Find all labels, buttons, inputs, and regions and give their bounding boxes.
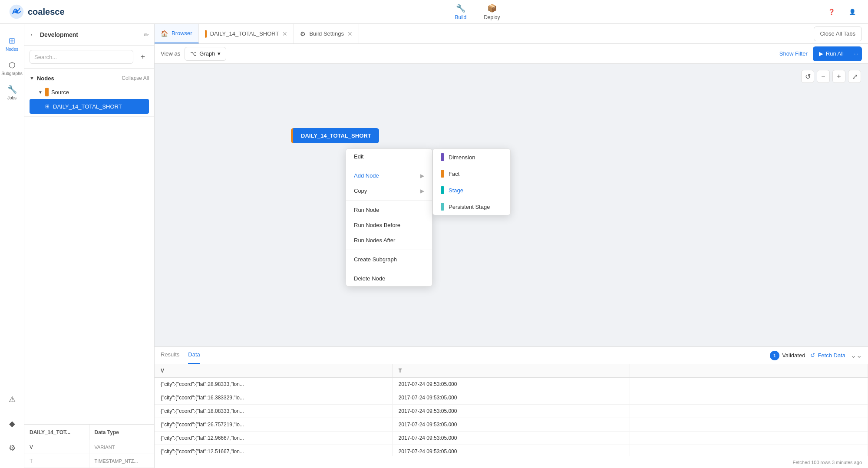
sidebar-item-warning[interactable]: ⚠: [2, 388, 23, 411]
fetch-data-button[interactable]: ↺ Fetch Data: [810, 352, 845, 359]
icon-sidebar: ⊞ Nodes ⬡ Subgraphs 🔧 Jobs ⚠ ◆ ⚙: [0, 24, 24, 468]
table-rows: {"city":{"coord":{"lat":28.98333,"lon...…: [155, 378, 868, 456]
ctx-add-node-arrow: ▶: [420, 173, 424, 179]
daily-tab-close[interactable]: ✕: [282, 31, 287, 37]
validated-badge: 1 Validated: [770, 351, 805, 360]
nodes-chevron[interactable]: ▼: [30, 76, 34, 81]
edit-workspace-button[interactable]: ✏: [144, 31, 149, 38]
logo-icon: [9, 4, 24, 20]
btab-results[interactable]: Results: [161, 347, 179, 364]
toolbar: View as ⌥ Graph ▾ Show Filter ▶ Run All …: [155, 44, 868, 64]
run-all-button[interactable]: ▶ Run All: [813, 46, 850, 61]
zoom-out-button[interactable]: −: [817, 70, 830, 83]
left-bottom-header: DAILY_14_TOT... Data Type: [24, 425, 154, 440]
status-bar: Fetched 100 rows 3 minutes ago: [155, 456, 868, 468]
fact-label: Fact: [449, 171, 459, 177]
ctx-divider-4: [346, 269, 432, 269]
cell-v-5: {"city":{"coord":{"lat":12.51667,"lon...: [155, 445, 393, 456]
add-button[interactable]: +: [137, 51, 149, 63]
canvas-area[interactable]: ↺ − + ⤢ DAILY_14_TOTAL_SHORT Edit Add No…: [155, 64, 868, 346]
nodes-label: Nodes: [37, 75, 54, 82]
user-icon: 👤: [849, 9, 856, 15]
run-all-more-button[interactable]: ···: [850, 46, 862, 61]
nodes-header: ▼ Nodes Collapse All: [30, 71, 149, 85]
settings-tab-close[interactable]: ✕: [347, 31, 353, 37]
bottom-toolbar: 1 Validated ↺ Fetch Data ⌄⌄: [770, 347, 862, 364]
ctx-copy[interactable]: Copy ▶: [346, 183, 432, 198]
bottom-tabs: Results Data 1 Validated ↺ Fetch Data ⌄⌄: [155, 347, 868, 364]
refresh-button[interactable]: ↺: [801, 70, 814, 83]
sidebar-item-settings[interactable]: ⚙: [2, 437, 23, 459]
cell-empty-5: [630, 445, 868, 456]
help-icon: ❓: [828, 9, 835, 15]
browser-tab-label: Browser: [172, 30, 192, 36]
source-chevron: ▼: [38, 90, 43, 95]
deploy-label: Deploy: [484, 14, 500, 20]
cell-empty-0: [630, 378, 868, 391]
graph-icon: ⌥: [190, 50, 197, 57]
cell-v-4: {"city":{"coord":{"lat":12.96667,"lon...: [155, 432, 393, 445]
zoom-controls: ↺ − + ⤢: [801, 70, 861, 83]
sub-item-dimension[interactable]: Dimension: [433, 149, 510, 165]
col-name-t: T: [24, 454, 89, 468]
ctx-add-node[interactable]: Add Node ▶: [346, 168, 432, 183]
ctx-copy-arrow: ▶: [420, 188, 424, 194]
graph-dropdown[interactable]: ⌥ Graph ▾: [185, 47, 226, 61]
right-area: 🏠 Browser DAILY_14_TOTAL_SHORT ✕ ⚙ Build…: [155, 24, 868, 468]
collapse-all-button[interactable]: Collapse All: [122, 75, 149, 81]
source-item[interactable]: ▼ Source: [30, 85, 149, 99]
sidebar-item-diamond[interactable]: ◆: [2, 412, 23, 435]
help-button[interactable]: ❓: [825, 5, 838, 19]
zoom-in-button[interactable]: +: [832, 70, 845, 83]
node-item-daily[interactable]: ⊞ DAILY_14_TOTAL_SHORT: [30, 99, 149, 114]
ctx-add-node-label: Add Node: [354, 172, 379, 179]
ctx-create-subgraph[interactable]: Create Subgraph: [346, 252, 432, 267]
sub-item-stage[interactable]: Stage: [433, 182, 510, 198]
canvas-node[interactable]: DAILY_14_TOTAL_SHORT: [291, 128, 379, 143]
search-area: +: [24, 46, 154, 69]
dimension-label: Dimension: [449, 154, 475, 161]
back-button[interactable]: ←: [30, 31, 36, 39]
sidebar-item-jobs[interactable]: 🔧 Jobs: [2, 81, 23, 104]
sidebar-item-nodes[interactable]: ⊞ Nodes: [2, 33, 23, 55]
nav-deploy[interactable]: 📦 Deploy: [484, 3, 500, 20]
cell-t-5: 2017-07-24 09:53:05.000: [393, 445, 630, 456]
collapse-bottom-button[interactable]: ⌄⌄: [851, 351, 862, 359]
table-row: {"city":{"coord":{"lat":12.96667,"lon...…: [155, 432, 868, 445]
show-filter-button[interactable]: Show Filter: [779, 50, 808, 57]
ctx-run-node[interactable]: Run Node: [346, 202, 432, 218]
nav-build[interactable]: 🔧 Build: [455, 3, 466, 20]
settings-tab-icon: ⚙: [300, 30, 306, 37]
left-tree: ▼ Nodes Collapse All ▼ Source ⊞ DAILY_14…: [24, 69, 154, 424]
run-all-group: ▶ Run All ···: [813, 46, 862, 61]
ctx-run-after[interactable]: Run Nodes After: [346, 233, 432, 248]
col-header-name: DAILY_14_TOT...: [24, 425, 89, 440]
cell-empty-2: [630, 405, 868, 418]
cell-empty-1: [630, 391, 868, 404]
cell-v-2: {"city":{"coord":{"lat":18.08333,"lon...: [155, 405, 393, 418]
tab-browser[interactable]: 🏠 Browser: [155, 24, 199, 43]
ctx-delete-node[interactable]: Delete Node: [346, 271, 432, 286]
browser-tab-icon: 🏠: [161, 30, 168, 37]
btab-data[interactable]: Data: [188, 347, 200, 364]
play-icon: ▶: [819, 50, 823, 57]
status-text: Fetched 100 rows 3 minutes ago: [792, 460, 862, 465]
close-all-tabs-button[interactable]: Close All Tabs: [814, 26, 862, 41]
validated-label: Validated: [782, 352, 805, 359]
fact-dot: [441, 170, 444, 178]
ctx-run-before[interactable]: Run Nodes Before: [346, 218, 432, 233]
ctx-edit[interactable]: Edit: [346, 149, 432, 164]
subgraphs-icon: ⬡: [9, 60, 16, 70]
sub-item-persistent-stage[interactable]: Persistent Stage: [433, 198, 510, 215]
sub-item-fact[interactable]: Fact: [433, 165, 510, 182]
cell-v-1: {"city":{"coord":{"lat":16.383329,"lo...: [155, 391, 393, 404]
tab-daily[interactable]: DAILY_14_TOTAL_SHORT ✕: [199, 24, 294, 43]
build-label: Build: [455, 14, 466, 20]
cell-t-4: 2017-07-24 09:53:05.000: [393, 432, 630, 445]
search-input[interactable]: [30, 50, 133, 64]
sidebar-item-subgraphs[interactable]: ⬡ Subgraphs: [2, 57, 23, 79]
tab-build-settings[interactable]: ⚙ Build Settings ✕: [294, 24, 359, 43]
nav-center: 🔧 Build 📦 Deploy: [130, 3, 825, 20]
profile-button[interactable]: 👤: [845, 5, 859, 19]
fit-button[interactable]: ⤢: [848, 70, 861, 83]
